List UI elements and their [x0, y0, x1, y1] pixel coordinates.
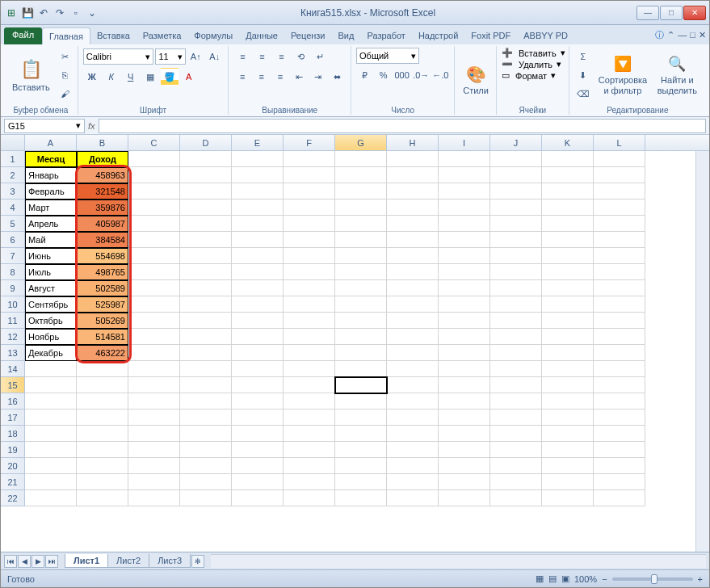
- row-header[interactable]: 16: [1, 393, 25, 410]
- cell-C14[interactable]: [128, 361, 180, 377]
- cell-D12[interactable]: [180, 329, 232, 345]
- cell-K6[interactable]: [542, 232, 594, 248]
- cell-E15[interactable]: [232, 377, 284, 393]
- cell-L15[interactable]: [594, 377, 645, 393]
- font-color-button[interactable]: A: [180, 68, 198, 86]
- cell-L19[interactable]: [594, 442, 645, 458]
- cell-F17[interactable]: [284, 410, 335, 426]
- cell-A6[interactable]: Май: [25, 232, 77, 248]
- cell-L11[interactable]: [594, 313, 645, 329]
- cell-B7[interactable]: 554698: [77, 248, 128, 264]
- col-header-F[interactable]: F: [284, 135, 335, 150]
- cell-H14[interactable]: [387, 361, 439, 377]
- cell-C10[interactable]: [128, 296, 180, 313]
- view-break-icon[interactable]: ▣: [561, 573, 569, 584]
- cell-L12[interactable]: [594, 329, 645, 345]
- cell-E10[interactable]: [232, 296, 284, 313]
- tab-formulas[interactable]: Формулы: [187, 27, 239, 44]
- row-header[interactable]: 1: [1, 151, 25, 167]
- cell-L17[interactable]: [594, 410, 645, 426]
- cell-B20[interactable]: [77, 458, 128, 474]
- clear-icon[interactable]: ⌫: [574, 85, 592, 103]
- col-header-J[interactable]: J: [490, 135, 542, 150]
- bold-button[interactable]: Ж: [83, 68, 101, 86]
- cell-B17[interactable]: [77, 410, 128, 426]
- cell-J5[interactable]: [490, 216, 542, 232]
- zoom-level[interactable]: 100%: [574, 574, 597, 584]
- cell-B21[interactable]: [77, 474, 128, 490]
- underline-button[interactable]: Ч: [122, 68, 140, 86]
- cell-D1[interactable]: [180, 151, 232, 167]
- row-header[interactable]: 17: [1, 410, 25, 426]
- row-header[interactable]: 10: [1, 296, 25, 313]
- cell-I14[interactable]: [439, 361, 490, 377]
- cell-C5[interactable]: [128, 216, 180, 232]
- fill-icon[interactable]: ⬇: [574, 66, 592, 84]
- col-header-D[interactable]: D: [180, 135, 232, 150]
- cell-I13[interactable]: [439, 345, 490, 361]
- cell-H8[interactable]: [387, 264, 439, 280]
- cell-B16[interactable]: [77, 393, 128, 410]
- cell-G22[interactable]: [335, 490, 387, 506]
- cell-D19[interactable]: [180, 442, 232, 458]
- cell-I9[interactable]: [439, 280, 490, 296]
- cell-J12[interactable]: [490, 329, 542, 345]
- fill-color-button[interactable]: 🪣: [161, 68, 179, 86]
- cell-I1[interactable]: [439, 151, 490, 167]
- cell-E19[interactable]: [232, 442, 284, 458]
- cell-J6[interactable]: [490, 232, 542, 248]
- cell-L22[interactable]: [594, 490, 645, 506]
- cell-F7[interactable]: [284, 248, 335, 264]
- cell-E22[interactable]: [232, 490, 284, 506]
- cell-B11[interactable]: 505269: [77, 313, 128, 329]
- cell-F15[interactable]: [284, 377, 335, 393]
- save-icon[interactable]: 💾: [20, 6, 35, 20]
- currency-icon[interactable]: ₽: [356, 66, 373, 84]
- cell-F12[interactable]: [284, 329, 335, 345]
- cell-J17[interactable]: [490, 410, 542, 426]
- format-painter-icon[interactable]: 🖌: [57, 85, 74, 103]
- tab-data[interactable]: Данные: [239, 27, 284, 44]
- row-header[interactable]: 13: [1, 345, 25, 361]
- cell-I18[interactable]: [439, 426, 490, 442]
- doc-restore-icon[interactable]: □: [690, 30, 695, 40]
- indent-inc-icon[interactable]: ⇥: [309, 68, 326, 86]
- cell-K21[interactable]: [542, 474, 594, 490]
- cell-L10[interactable]: [594, 296, 645, 313]
- cell-E14[interactable]: [232, 361, 284, 377]
- cell-C16[interactable]: [128, 393, 180, 410]
- cell-A17[interactable]: [25, 410, 77, 426]
- cell-F3[interactable]: [284, 183, 335, 200]
- maximize-button[interactable]: □: [660, 6, 683, 20]
- cell-C19[interactable]: [128, 442, 180, 458]
- cell-K16[interactable]: [542, 393, 594, 410]
- copy-icon[interactable]: ⎘: [57, 66, 74, 84]
- cell-K9[interactable]: [542, 280, 594, 296]
- comma-icon[interactable]: 000: [393, 66, 410, 84]
- cell-E8[interactable]: [232, 264, 284, 280]
- row-header[interactable]: 12: [1, 329, 25, 345]
- cell-J2[interactable]: [490, 167, 542, 183]
- cell-B9[interactable]: 502589: [77, 280, 128, 296]
- align-center-icon[interactable]: ≡: [253, 68, 270, 86]
- cell-C4[interactable]: [128, 200, 180, 216]
- cell-G18[interactable]: [335, 426, 387, 442]
- help-icon[interactable]: ⓘ: [655, 29, 664, 41]
- cell-B1[interactable]: Доход: [77, 151, 128, 167]
- cell-I15[interactable]: [439, 377, 490, 393]
- cell-C20[interactable]: [128, 458, 180, 474]
- fx-icon[interactable]: fx: [88, 121, 95, 131]
- row-header[interactable]: 11: [1, 313, 25, 329]
- cell-A4[interactable]: Март: [25, 200, 77, 216]
- cell-I10[interactable]: [439, 296, 490, 313]
- cell-L2[interactable]: [594, 167, 645, 183]
- cell-A9[interactable]: Август: [25, 280, 77, 296]
- cell-D9[interactable]: [180, 280, 232, 296]
- cell-G20[interactable]: [335, 458, 387, 474]
- col-header-K[interactable]: K: [542, 135, 594, 150]
- row-header[interactable]: 19: [1, 442, 25, 458]
- cell-L3[interactable]: [594, 183, 645, 200]
- cell-K14[interactable]: [542, 361, 594, 377]
- cell-K20[interactable]: [542, 458, 594, 474]
- cell-H18[interactable]: [387, 426, 439, 442]
